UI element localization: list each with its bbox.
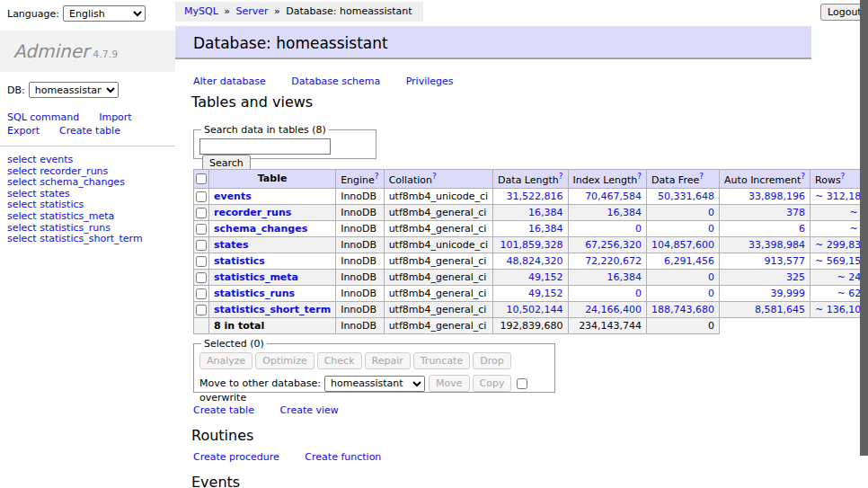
- db-select[interactable]: homeassistant: [29, 82, 119, 98]
- data-length-link[interactable]: 49,152: [528, 288, 563, 299]
- data-length-link[interactable]: 101,859,328: [500, 239, 563, 251]
- data-length-link[interactable]: 10,502,144: [507, 304, 563, 315]
- data-length-link[interactable]: 16,384: [528, 207, 563, 218]
- index-length-link[interactable]: 70,467,584: [585, 191, 642, 202]
- row-select-checkbox[interactable]: [196, 191, 207, 202]
- auto-increment-cell: 33,398,984: [720, 236, 810, 253]
- row-select-checkbox[interactable]: [196, 288, 207, 299]
- optimize-button[interactable]: Optimize: [255, 352, 314, 369]
- database-schema-link[interactable]: Database schema: [291, 75, 380, 87]
- scrollbar-thumb[interactable]: [860, 0, 868, 456]
- row-select-cell: [194, 188, 209, 204]
- index-length-cell: 70,467,584: [568, 188, 647, 204]
- copy-button[interactable]: Copy: [473, 375, 512, 392]
- create-table-sidebar-link[interactable]: Create table: [59, 125, 120, 137]
- create-procedure-link[interactable]: Create procedure: [193, 451, 279, 463]
- analyze-button[interactable]: Analyze: [199, 352, 252, 369]
- sidebar-select-link[interactable]: select statistics_short_term: [7, 234, 168, 245]
- data-length-link[interactable]: 49,152: [528, 271, 563, 283]
- index-length-link[interactable]: 16,384: [607, 207, 642, 218]
- db-label: DB:: [7, 84, 25, 96]
- column-help-link[interactable]: ?: [841, 174, 846, 186]
- privileges-link[interactable]: Privileges: [406, 75, 454, 87]
- auto-increment-link[interactable]: 378: [786, 207, 805, 218]
- sidebar-select-link[interactable]: select statistics_meta: [7, 211, 168, 223]
- index-length-link[interactable]: 72,220,672: [585, 255, 642, 267]
- sidebar-menu: SQL commandImport ExportCreate table: [0, 98, 175, 138]
- move-database-select[interactable]: homeassistant: [324, 376, 425, 392]
- table-name-link[interactable]: states: [214, 239, 249, 251]
- index-length-link[interactable]: 24,166,400: [585, 304, 642, 315]
- data-length-link[interactable]: 48,824,320: [507, 255, 563, 267]
- column-help-link[interactable]: ?: [801, 174, 805, 186]
- row-select-checkbox[interactable]: [196, 305, 207, 315]
- breadcrumb-mysql-link[interactable]: MySQL: [184, 5, 218, 17]
- data-free-link[interactable]: 0: [708, 288, 714, 299]
- auto-increment-link[interactable]: 6: [799, 223, 805, 235]
- column-help-link[interactable]: ?: [375, 174, 379, 186]
- column-help-link[interactable]: ?: [699, 174, 704, 186]
- table-name-link[interactable]: schema_changes: [214, 223, 307, 235]
- data-free-link[interactable]: 0: [708, 271, 714, 283]
- row-select-checkbox[interactable]: [196, 272, 207, 283]
- create-view-link[interactable]: Create view: [279, 404, 338, 416]
- alter-database-link[interactable]: Alter database: [193, 75, 266, 87]
- column-help-link[interactable]: ?: [637, 174, 642, 186]
- collation-cell: utf8mb4_general_ci: [384, 301, 492, 317]
- table-name-cell: statistics_short_term: [209, 301, 336, 317]
- select-all-checkbox[interactable]: [196, 173, 207, 184]
- truncate-button[interactable]: Truncate: [413, 352, 470, 369]
- table-name-link[interactable]: statistics_meta: [214, 271, 298, 283]
- repair-button[interactable]: Repair: [365, 352, 411, 369]
- row-select-checkbox[interactable]: [196, 240, 207, 251]
- column-header-engine: Engine?: [336, 170, 384, 189]
- auto-increment-link[interactable]: 39,999: [771, 288, 806, 299]
- column-help-link[interactable]: ?: [432, 174, 437, 186]
- index-length-link[interactable]: 0: [635, 288, 642, 299]
- data-free-link[interactable]: 188,743,680: [651, 304, 714, 315]
- data-length-link[interactable]: 16,384: [528, 223, 563, 235]
- overwrite-checkbox[interactable]: [517, 378, 527, 389]
- language-select[interactable]: English: [63, 5, 146, 22]
- sidebar: Language:English Adminer4.7.9 DB:homeass…: [0, 0, 175, 488]
- table-name-link[interactable]: statistics: [214, 255, 265, 267]
- search-input[interactable]: [199, 138, 331, 155]
- auto-increment-link[interactable]: 913,577: [765, 255, 806, 267]
- check-button[interactable]: Check: [317, 352, 362, 369]
- move-button[interactable]: Move: [429, 375, 470, 392]
- index-length-link[interactable]: 0: [635, 223, 642, 235]
- table-name-cell: statistics_runs: [209, 285, 336, 301]
- sidebar-select-link[interactable]: select events: [7, 155, 168, 166]
- export-link[interactable]: Export: [7, 125, 40, 137]
- data-free-link[interactable]: 0: [708, 223, 714, 235]
- vertical-scrollbar[interactable]: [860, 0, 868, 488]
- auto-increment-link[interactable]: 33,898,196: [748, 191, 805, 202]
- data-length-link[interactable]: 31,522,816: [507, 191, 563, 202]
- drop-button[interactable]: Drop: [473, 352, 510, 369]
- table-row: statistics_metaInnoDButf8mb4_general_ci4…: [194, 269, 868, 285]
- data-free-link[interactable]: 6,291,456: [664, 255, 714, 267]
- row-select-checkbox[interactable]: [196, 256, 207, 267]
- table-name-link[interactable]: events: [214, 191, 252, 202]
- row-select-checkbox[interactable]: [196, 224, 207, 235]
- sidebar-select-link[interactable]: select schema_changes: [7, 177, 168, 189]
- table-name-link[interactable]: recorder_runs: [214, 207, 291, 218]
- table-name-link[interactable]: statistics_runs: [214, 288, 295, 299]
- data-free-link[interactable]: 50,331,648: [658, 191, 714, 202]
- create-function-link[interactable]: Create function: [305, 451, 381, 463]
- index-length-link[interactable]: 16,384: [607, 271, 642, 283]
- create-table-link[interactable]: Create table: [193, 404, 254, 416]
- data-free-link[interactable]: 104,857,600: [651, 239, 714, 251]
- import-link[interactable]: Import: [99, 111, 132, 123]
- sql-command-link[interactable]: SQL command: [7, 111, 79, 123]
- auto-increment-link[interactable]: 33,398,984: [748, 239, 805, 251]
- adminer-version[interactable]: 4.7.9: [93, 49, 118, 60]
- table-name-link[interactable]: statistics_short_term: [214, 304, 331, 315]
- column-help-link[interactable]: ?: [559, 174, 563, 186]
- auto-increment-link[interactable]: 325: [786, 271, 805, 283]
- breadcrumb-server-link[interactable]: Server: [236, 5, 269, 17]
- row-select-checkbox[interactable]: [196, 208, 207, 218]
- data-free-link[interactable]: 0: [708, 207, 714, 218]
- index-length-link[interactable]: 67,256,320: [585, 239, 642, 251]
- auto-increment-link[interactable]: 8,581,645: [755, 304, 805, 315]
